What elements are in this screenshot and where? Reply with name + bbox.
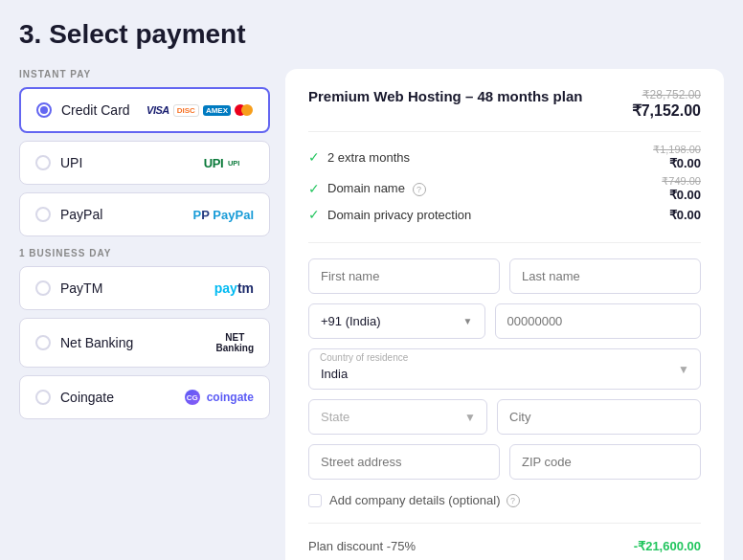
extra-months-name: 2 extra months [327, 150, 624, 165]
net-banking-logos: NETBanking [216, 332, 254, 353]
extra-months-current: ₹0.00 [669, 156, 701, 170]
credit-card-logos: VISA DISC AMEX [146, 104, 253, 117]
company-label: Add company details (optional) [329, 493, 501, 507]
check-icon-domain: ✓ [308, 181, 320, 196]
plan-pricing: ₹28,752.00 ₹7,152.00 [632, 88, 701, 120]
domain-name-help[interactable]: ? [413, 183, 426, 196]
upi-icon: UPI [227, 156, 254, 169]
street-input[interactable] [308, 444, 500, 480]
domain-privacy-current: ₹0.00 [669, 208, 701, 222]
page-container: 3. Select payment INSTANT PAY Credit Car… [19, 19, 724, 560]
last-name-input[interactable] [509, 258, 701, 294]
name-row [308, 258, 701, 294]
city-input[interactable] [497, 399, 701, 435]
payment-option-paypal[interactable]: PayPal PP PayPal [19, 192, 270, 236]
upi-logo: UPI [204, 156, 223, 170]
radio-net-banking [35, 335, 51, 350]
phone-row: +91 (India) ▼ [308, 303, 701, 339]
main-layout: INSTANT PAY Credit Card VISA DISC AMEX [19, 69, 724, 560]
radio-coingate [35, 390, 51, 405]
country-select-wrapper: Country of residence India ▼ [308, 348, 701, 390]
netbanking-logo: NETBanking [216, 332, 254, 353]
state-city-row: State ▼ [308, 399, 701, 435]
payment-option-coingate[interactable]: Coingate CG coingate [19, 375, 270, 419]
country-chevron-icon: ▼ [678, 363, 689, 376]
paytm-logo: paytm [214, 280, 254, 296]
payment-option-net-banking[interactable]: Net Banking NETBanking [19, 318, 270, 368]
amex-logo: AMEX [203, 105, 231, 116]
page-title: 3. Select payment [19, 19, 724, 50]
feature-domain-name: ✓ Domain name ? ₹749.00 ₹0.00 [308, 175, 701, 202]
left-panel: INSTANT PAY Credit Card VISA DISC AMEX [19, 69, 270, 560]
domain-name-pricing: ₹749.00 ₹0.00 [624, 175, 701, 202]
zip-input[interactable] [509, 444, 701, 480]
check-icon-extra-months: ✓ [308, 149, 320, 165]
mastercard-logo [235, 104, 253, 116]
plan-name: Premium Web Hosting – 48 months plan [308, 88, 582, 104]
plan-current-price: ₹7,152.00 [632, 101, 701, 120]
domain-name-text: Domain name ? [327, 181, 624, 196]
paypal-label: PayPal [60, 207, 193, 222]
extra-months-original: ₹1,198.00 [653, 144, 701, 156]
company-checkbox[interactable] [308, 494, 322, 507]
street-zip-row [308, 444, 701, 480]
first-name-input[interactable] [308, 258, 500, 294]
domain-name-original: ₹749.00 [662, 175, 701, 188]
plan-original-price: ₹28,752.00 [632, 88, 701, 101]
paytm-label: PayTM [60, 280, 214, 296]
feature-domain-privacy: ✓ Domain privacy protection ₹0.00 [308, 207, 701, 222]
svg-text:UPI: UPI [228, 159, 239, 168]
discount-value: -₹21,600.00 [634, 539, 701, 553]
company-help-icon[interactable]: ? [507, 494, 520, 507]
phone-code-select[interactable]: +91 (India) ▼ [308, 303, 485, 339]
radio-credit-card [36, 102, 52, 118]
paypal-logo: PP PayPal [193, 208, 254, 222]
coingate-text: coingate [207, 391, 254, 404]
discover-logo: DISC [173, 104, 199, 117]
instant-pay-label: INSTANT PAY [19, 69, 270, 79]
phone-number-input[interactable] [495, 303, 702, 339]
paytm-logos: paytm [214, 280, 254, 296]
discount-label: Plan discount -75% [308, 539, 416, 553]
check-icon-privacy: ✓ [308, 207, 320, 222]
country-label: Country of residence [320, 352, 408, 363]
state-chevron-icon: ▼ [464, 411, 476, 424]
visa-logo: VISA [146, 104, 169, 116]
radio-upi [35, 155, 51, 170]
coingate-icon: CG [185, 390, 200, 405]
radio-dot [40, 106, 48, 114]
coingate-logos: CG coingate [185, 390, 254, 405]
phone-code-value: +91 (India) [321, 314, 381, 328]
net-banking-label: Net Banking [60, 335, 216, 350]
discount-row: Plan discount -75% -₹21,600.00 [308, 539, 701, 553]
domain-name-current: ₹0.00 [669, 188, 701, 202]
domain-privacy-name: Domain privacy protection [327, 208, 624, 222]
feature-extra-months: ✓ 2 extra months ₹1,198.00 ₹0.00 [308, 144, 701, 170]
extra-months-pricing: ₹1,198.00 ₹0.00 [624, 144, 701, 170]
upi-logos: UPI UPI [204, 156, 254, 170]
coingate-label: Coingate [60, 390, 185, 405]
company-row: Add company details (optional) ? [308, 493, 701, 524]
plan-header: Premium Web Hosting – 48 months plan ₹28… [308, 88, 701, 132]
feature-list: ✓ 2 extra months ₹1,198.00 ₹0.00 ✓ Domai… [308, 144, 701, 243]
payment-option-upi[interactable]: UPI UPI UPI [19, 141, 270, 185]
right-panel: Premium Web Hosting – 48 months plan ₹28… [285, 69, 724, 560]
state-select[interactable]: State [308, 399, 487, 435]
business-day-label: 1 BUSINESS DAY [19, 248, 270, 258]
radio-paytm [35, 280, 51, 296]
upi-label: UPI [60, 155, 204, 170]
payment-option-credit-card[interactable]: Credit Card VISA DISC AMEX [19, 87, 270, 133]
phone-chevron-icon: ▼ [463, 316, 473, 326]
radio-paypal [35, 207, 51, 222]
credit-card-label: Credit Card [61, 102, 146, 118]
payment-option-paytm[interactable]: PayTM paytm [19, 266, 270, 310]
domain-privacy-pricing: ₹0.00 [624, 208, 701, 222]
paypal-logos: PP PayPal [193, 208, 254, 222]
state-select-wrapper: State ▼ [308, 399, 487, 435]
